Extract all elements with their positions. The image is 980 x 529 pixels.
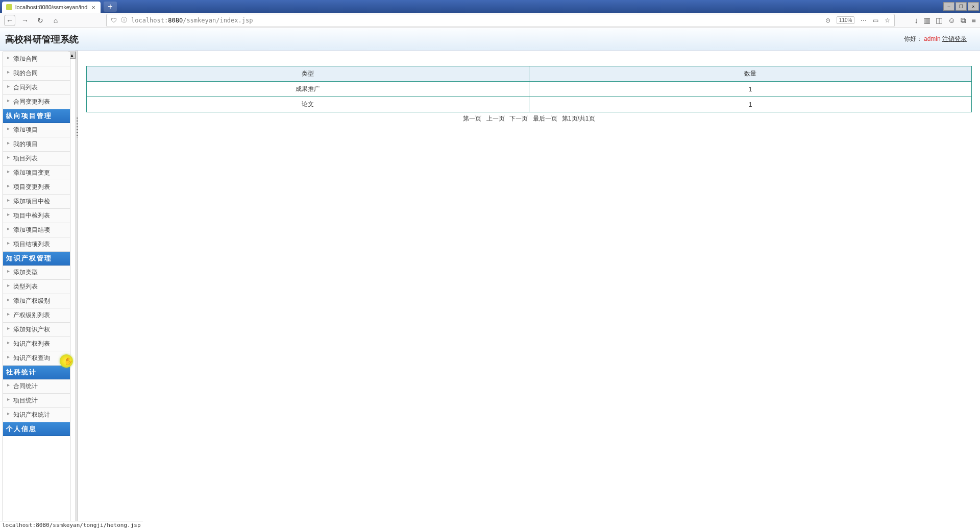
- sidebar-item-add-ip[interactable]: 添加知识产权: [3, 323, 70, 337]
- username: admin: [924, 35, 941, 42]
- sidebar-header-stats[interactable]: 社科统计: [3, 366, 70, 379]
- browser-toolbar: ← → ↻ ⌂ 🛡 ⓘ localhost:8080/ssmkeyan/inde…: [0, 13, 980, 28]
- restore-button[interactable]: ❐: [955, 2, 967, 11]
- tab-close-icon[interactable]: ×: [90, 4, 96, 11]
- downloads-icon[interactable]: ↓: [914, 16, 918, 25]
- cell-type: 成果推广: [87, 82, 529, 97]
- page-last[interactable]: 最后一页: [533, 115, 557, 122]
- sidebar-header-personal[interactable]: 个人信息: [3, 422, 70, 436]
- back-button[interactable]: ←: [4, 15, 15, 26]
- sidebar-header-vertical-project[interactable]: 纵向项目管理: [3, 109, 70, 123]
- toolbar-right: ↓ ▥ ◫ ☺ ⧉ ≡: [914, 16, 976, 25]
- sidebar-item-add-midcheck[interactable]: 添加项目中检: [3, 195, 70, 209]
- page-info: 第1页/共1页: [562, 115, 595, 122]
- sidebar-item-project-stats[interactable]: 项目统计: [3, 394, 70, 408]
- browser-tab[interactable]: localhost:8080/ssmkeyan/ind ×: [2, 2, 101, 13]
- cell-type: 论文: [87, 97, 529, 112]
- table-row: 成果推广 1: [87, 82, 972, 97]
- sidebar-item-ip-stats[interactable]: 知识产权统计: [3, 408, 70, 422]
- library-icon[interactable]: ▥: [923, 16, 930, 25]
- forward-button[interactable]: →: [19, 15, 31, 26]
- col-header-type: 类型: [87, 66, 529, 82]
- more-actions-icon[interactable]: ⋯: [861, 17, 867, 24]
- pagination: 第一页 上一页 下一页 最后一页 第1页/共1页: [86, 114, 972, 123]
- stats-table: 类型 数量 成果推广 1 论文 1: [86, 66, 972, 112]
- sidebar-item-close-list[interactable]: 项目结项列表: [3, 237, 70, 252]
- cell-count: 1: [529, 97, 972, 112]
- user-info: 你好： admin 注销登录: [904, 35, 967, 43]
- col-header-count: 数量: [529, 66, 972, 82]
- sidebar-item-contract-list[interactable]: 合同列表: [3, 81, 70, 95]
- sidebar-item-ip-list[interactable]: 知识产权列表: [3, 337, 70, 351]
- shield-icon[interactable]: 🛡: [111, 17, 117, 24]
- sidebar-item-add-project-change[interactable]: 添加项目变更: [3, 166, 70, 180]
- sidebar: 添加合同 我的合同 合同列表 合同变更列表 纵向项目管理 添加项目 我的项目 项…: [3, 52, 70, 522]
- sidebar-item-midcheck-list[interactable]: 项目中检列表: [3, 209, 70, 223]
- url-bar[interactable]: 🛡 ⓘ localhost:8080/ssmkeyan/index.jsp ⊙ …: [106, 14, 895, 27]
- sidebar-header-ip[interactable]: 知识产权管理: [3, 252, 70, 266]
- cell-count: 1: [529, 82, 972, 97]
- greeting-label: 你好：: [904, 35, 922, 42]
- tab-title: localhost:8080/ssmkeyan/ind: [15, 4, 87, 10]
- sidebar-wrap: ▲ 添加合同 我的合同 合同列表 合同变更列表 纵向项目管理 添加项目 我的项目…: [0, 51, 76, 522]
- sidebar-item-add-close[interactable]: 添加项目结项: [3, 223, 70, 237]
- account-icon[interactable]: ☺: [948, 16, 955, 25]
- sidebar-item-contract-change-list[interactable]: 合同变更列表: [3, 95, 70, 109]
- main-layout: ▲ 添加合同 我的合同 合同列表 合同变更列表 纵向项目管理 添加项目 我的项目…: [0, 51, 980, 522]
- sidebar-item-ip-level-list[interactable]: 产权级别列表: [3, 308, 70, 323]
- browser-titlebar: localhost:8080/ssmkeyan/ind × + – ❐ ×: [0, 0, 980, 13]
- app-title: 高校科研管理系统: [5, 33, 79, 45]
- sidebar-item-type-list[interactable]: 类型列表: [3, 280, 70, 294]
- new-tab-button[interactable]: +: [104, 2, 117, 12]
- reader-icon[interactable]: ▭: [873, 17, 878, 24]
- sidebar-item-add-ip-level[interactable]: 添加产权级别: [3, 294, 70, 308]
- logout-link[interactable]: 注销登录: [942, 35, 967, 42]
- page-prev[interactable]: 上一页: [486, 115, 505, 122]
- site-info-icon[interactable]: ⓘ: [121, 16, 127, 25]
- sidebar-item-contract-stats[interactable]: 合同统计: [3, 379, 70, 394]
- urlbar-right: ⊙ 110% ⋯ ▭ ☆: [825, 16, 891, 24]
- page-first[interactable]: 第一页: [463, 115, 481, 122]
- splitter[interactable]: [76, 51, 78, 522]
- extension-icon[interactable]: ⧉: [961, 16, 966, 25]
- browser-statusbar: localhost:8080/ssmkeyan/tongji/hetong.js…: [0, 521, 143, 522]
- page-next[interactable]: 下一页: [509, 115, 528, 122]
- close-window-button[interactable]: ×: [968, 2, 979, 11]
- table-row: 论文 1: [87, 97, 972, 112]
- sidebar-item-my-projects[interactable]: 我的项目: [3, 137, 70, 152]
- sidebar-item-project-list[interactable]: 项目列表: [3, 152, 70, 166]
- page-action-icon[interactable]: ⊙: [825, 17, 830, 24]
- minimize-button[interactable]: –: [943, 2, 954, 11]
- menu-icon[interactable]: ≡: [971, 16, 976, 25]
- main-content: 类型 数量 成果推广 1 论文 1 第一页 上一页 下一页 最后一页 第1页/共…: [78, 51, 980, 522]
- sidebar-item-my-contracts[interactable]: 我的合同: [3, 66, 70, 81]
- sidebar-item-project-change-list[interactable]: 项目变更列表: [3, 180, 70, 195]
- bookmark-star-icon[interactable]: ☆: [885, 17, 890, 24]
- home-button[interactable]: ⌂: [50, 15, 61, 26]
- zoom-indicator[interactable]: 110%: [837, 16, 855, 24]
- reload-button[interactable]: ↻: [35, 15, 46, 26]
- sidebar-item-add-type[interactable]: 添加类型: [3, 266, 70, 280]
- app-header: 高校科研管理系统 你好： admin 注销登录: [0, 28, 980, 51]
- url-text: localhost:8080/ssmkeyan/index.jsp: [131, 17, 821, 24]
- sidebar-icon[interactable]: ◫: [936, 16, 943, 25]
- window-controls: – ❐ ×: [943, 2, 980, 11]
- sidebar-item-add-project[interactable]: 添加项目: [3, 123, 70, 137]
- tab-favicon: [6, 4, 12, 10]
- sidebar-item-add-contract[interactable]: 添加合同: [3, 52, 70, 66]
- mouse-pointer-icon: ✋: [64, 357, 72, 365]
